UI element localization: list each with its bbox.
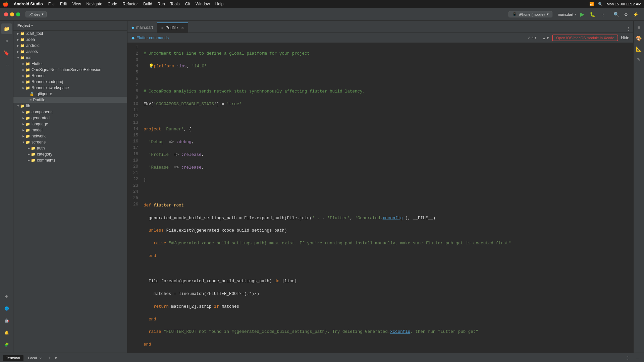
tree-item-onesignal[interactable]: ▶ 📁 OneSignalNotificationServiceExtensio… bbox=[13, 67, 127, 73]
open-xcode-button[interactable]: Open iOS/macOS module in Xcode bbox=[552, 35, 618, 41]
tab-close-icon[interactable]: ✕ bbox=[181, 26, 184, 30]
tree-item-language[interactable]: ▶ 📁 language bbox=[13, 121, 127, 127]
project-label: Project bbox=[17, 23, 30, 27]
tree-item-dart-tool[interactable]: ▶ 📁 .dart_tool bbox=[13, 31, 127, 37]
hide-button[interactable]: Hide bbox=[621, 36, 629, 40]
terminal-more-button[interactable]: ⋮ bbox=[624, 354, 632, 362]
terminal-dropdown-button[interactable]: ▾ bbox=[54, 355, 58, 361]
run-button[interactable]: ▶ bbox=[579, 11, 586, 17]
tree-item-flutter[interactable]: ▶ 📁 Flutter bbox=[13, 61, 127, 67]
filetree-header: Project ▾ bbox=[13, 21, 127, 31]
menu-build[interactable]: Build bbox=[143, 2, 152, 6]
device-selector[interactable]: 📱 iPhone (mobile) ▾ bbox=[508, 11, 552, 17]
sidebar-icons: 📁 ⊕ 🔖 ⋯ ⊘ 🌐 🤖 🔔 🧩 bbox=[0, 21, 13, 353]
sidebar-icon-notifications[interactable]: 🔔 bbox=[1, 327, 12, 338]
flutter-commands-bar: ◆ Flutter commands ✓ 4 ▾ ▲▼ Open iOS/mac… bbox=[127, 33, 633, 43]
tree-item-idea[interactable]: ▶ 📁 .idea bbox=[13, 37, 127, 43]
tree-item-screens[interactable]: ▼ 📁 screens bbox=[13, 139, 127, 145]
right-sidebar-btn-1[interactable]: ≡ bbox=[635, 23, 643, 32]
device-name: iPhone (mobile) bbox=[519, 12, 545, 16]
tab-main-dart[interactable]: ◆ main.dart bbox=[127, 22, 157, 33]
branch-selector[interactable]: ⎇ dev ▾ bbox=[25, 11, 47, 17]
menu-window[interactable]: Window bbox=[196, 2, 210, 6]
terminal-panel: Terminal Local ✕ ＋ ▾ ⋮ − Installing shar… bbox=[0, 353, 644, 362]
terminal-tab-terminal[interactable]: Terminal bbox=[3, 355, 23, 361]
maximize-button[interactable] bbox=[16, 12, 20, 16]
tree-item-assets[interactable]: ▶ 📁 assets bbox=[13, 49, 127, 55]
tab-podfile-label: Podfile bbox=[165, 25, 178, 30]
editor-area: ◆ main.dart ≡ Podfile ✕ ⋮ ◆ Flutter comm… bbox=[127, 21, 633, 353]
terminal-tab-local[interactable]: Local ✕ bbox=[25, 355, 45, 361]
flutter-commands-label: ◆ Flutter commands bbox=[131, 36, 169, 40]
menu-help[interactable]: Help bbox=[215, 2, 224, 6]
menu-view[interactable]: View bbox=[72, 2, 81, 6]
device-chevron: ▾ bbox=[547, 12, 549, 16]
sidebar-icon-network[interactable]: 🌐 bbox=[1, 303, 12, 314]
search-button[interactable]: 🔍 bbox=[612, 11, 621, 18]
menu-git[interactable]: Git bbox=[185, 2, 190, 6]
menu-run[interactable]: Run bbox=[158, 2, 165, 6]
app-name[interactable]: Android Studio bbox=[14, 2, 43, 6]
terminal-tabs: Terminal Local ✕ ＋ ▾ ⋮ − bbox=[0, 353, 644, 362]
tree-item-runner-xcworkspace[interactable]: ▶ 📁 Runner.xcworkspace bbox=[13, 85, 127, 91]
right-sidebar-btn-2[interactable]: 🎨 bbox=[635, 34, 643, 42]
flutter-logo-icon: ◆ bbox=[131, 36, 135, 40]
editor-tabs: ◆ main.dart ≡ Podfile ✕ ⋮ bbox=[127, 21, 633, 33]
flutter-commands-right: ✓ 4 ▾ ▲▼ Open iOS/macOS module in Xcode … bbox=[528, 35, 629, 41]
dart-icon: ◆ bbox=[131, 25, 134, 30]
sidebar-icon-plugins[interactable]: 🧩 bbox=[1, 339, 12, 350]
tree-item-ios[interactable]: ▼ 📁 ios bbox=[13, 55, 127, 61]
menu-navigate[interactable]: Navigate bbox=[86, 2, 102, 6]
sidebar-icon-problems[interactable]: ⊘ bbox=[1, 291, 12, 302]
sidebar-icon-android[interactable]: 🤖 bbox=[1, 315, 12, 326]
menu-refactor[interactable]: Refactor bbox=[123, 2, 138, 6]
code-editor[interactable]: 12345 678910 1112131415 1617181920 21222… bbox=[127, 43, 633, 353]
tabs-right: ⋮ bbox=[624, 25, 633, 33]
settings-button[interactable]: ⚙ bbox=[623, 11, 630, 18]
sidebar-icon-commit[interactable]: ⊕ bbox=[1, 36, 12, 46]
tree-item-runner[interactable]: ▶ 📁 Runner bbox=[13, 73, 127, 79]
tree-item-components[interactable]: ▶ 📁 components bbox=[13, 109, 127, 115]
tree-item-runner-xcodeproj[interactable]: ▶ 📁 Runner.xcodeproj bbox=[13, 79, 127, 85]
checkmark-count: ✓ 4 ▾ bbox=[528, 36, 537, 40]
traffic-lights bbox=[4, 12, 20, 16]
tab-podfile[interactable]: ≡ Podfile ✕ bbox=[157, 22, 188, 33]
tree-item-auth[interactable]: ▶ 📁 auth bbox=[13, 145, 127, 151]
flutter-commands-text: Flutter commands bbox=[137, 36, 169, 40]
menu-edit[interactable]: Edit bbox=[60, 2, 67, 6]
line-numbers: 12345 678910 1112131415 1617181920 21222… bbox=[127, 43, 141, 353]
clock: Mon 15 Jul 11:12 AM bbox=[607, 2, 641, 6]
tree-item-generated[interactable]: ▶ 📁 generated bbox=[13, 115, 127, 121]
tree-item-category[interactable]: ▶ 📁 category bbox=[13, 151, 127, 157]
tree-item-podfile[interactable]: ≡ Podfile bbox=[13, 97, 127, 103]
terminal-tabs-right: ⋮ − bbox=[624, 354, 641, 362]
sidebar-icon-project[interactable]: 📁 bbox=[1, 23, 12, 34]
minimize-button[interactable] bbox=[10, 12, 14, 16]
right-sidebar-btn-4[interactable]: ✎ bbox=[635, 56, 643, 64]
project-chevron: ▾ bbox=[31, 24, 33, 27]
more-options-button[interactable]: ⋮ bbox=[599, 11, 607, 18]
terminal-tab-close-icon[interactable]: ✕ bbox=[39, 357, 42, 360]
apple-menu[interactable]: 🍎 bbox=[3, 1, 8, 7]
menu-file[interactable]: File bbox=[48, 2, 55, 6]
file-tree: Project ▾ ▶ 📁 .dart_tool ▶ 📁 .idea ▶ 📁 a… bbox=[13, 21, 127, 353]
search-menubar-icon[interactable]: 🔍 bbox=[598, 2, 603, 6]
menu-tools[interactable]: Tools bbox=[170, 2, 180, 6]
run-file-name: main.dart bbox=[558, 12, 573, 16]
right-sidebar-btn-3[interactable]: 📐 bbox=[635, 45, 643, 53]
terminal-add-button[interactable]: ＋ bbox=[47, 354, 53, 362]
tree-item-android[interactable]: ▶ 📁 android bbox=[13, 43, 127, 49]
tree-item-comments[interactable]: ▶ 📁 comments bbox=[13, 157, 127, 163]
sidebar-icon-more[interactable]: ⋯ bbox=[1, 60, 12, 70]
sidebar-icon-bookmarks[interactable]: 🔖 bbox=[1, 48, 12, 58]
tabs-more-button[interactable]: ⋮ bbox=[624, 25, 633, 33]
tree-item-lib[interactable]: ▼ 📁 lib bbox=[13, 103, 127, 109]
lightning-button[interactable]: ⚡ bbox=[632, 11, 640, 18]
terminal-close-button[interactable]: − bbox=[633, 354, 641, 362]
menu-code[interactable]: Code bbox=[108, 2, 117, 6]
tree-item-gitignore[interactable]: 🔒 .gitignore bbox=[13, 91, 127, 97]
close-button[interactable] bbox=[4, 12, 8, 16]
tree-item-network[interactable]: ▶ 📁 network bbox=[13, 133, 127, 139]
tree-item-model[interactable]: ▶ 📁 model bbox=[13, 127, 127, 133]
debug-button[interactable]: 🐛 bbox=[588, 11, 597, 18]
